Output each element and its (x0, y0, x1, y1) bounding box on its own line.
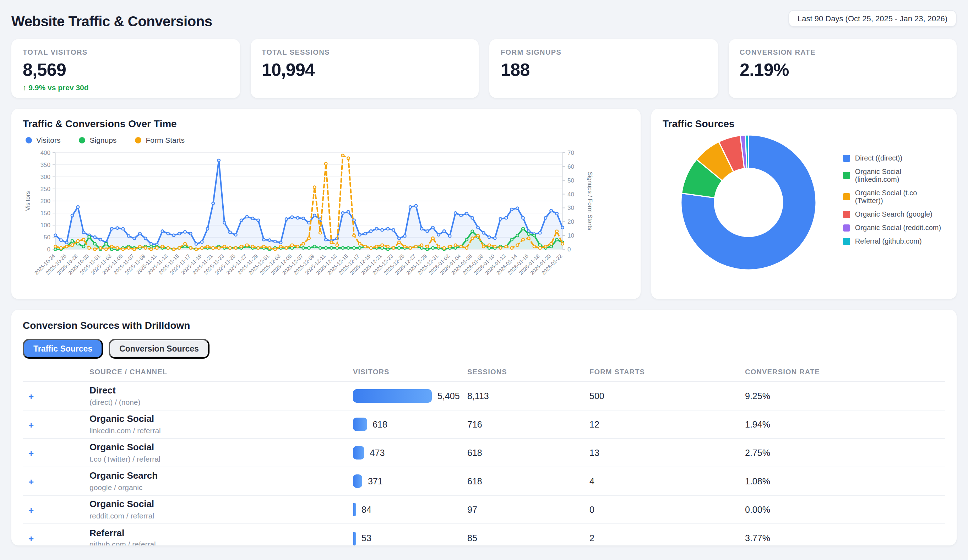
conversion-rate-value: 1.94% (745, 419, 945, 429)
sessions-value: 716 (467, 419, 590, 429)
kpi-delta: ↑ 9.9% vs prev 30d (23, 83, 228, 92)
donut-content: Direct ((direct))Organic Social (linkedi… (663, 131, 945, 274)
legend-label: Organic Social (t.co (Twitter)) (855, 189, 945, 205)
page-title: Website Traffic & Conversions (12, 13, 212, 30)
legend-swatch (843, 238, 850, 245)
donut-card: Traffic Sources Direct ((direct))Organic… (651, 109, 956, 299)
conversion-rate-value: 9.25% (745, 391, 945, 401)
kpi-label: TOTAL VISITORS (23, 48, 228, 56)
donut-legend-item[interactable]: Organic Social (t.co (Twitter)) (843, 189, 945, 205)
donut-title: Traffic Sources (663, 118, 945, 129)
sessions-value: 8,113 (467, 391, 590, 401)
source-channel: github.com / referral (90, 540, 353, 545)
table-row: +Organic Socialt.co (Twitter) / referral… (23, 439, 945, 467)
kpi-label: TOTAL SESSIONS (262, 48, 467, 56)
form-starts-value: 0 (590, 505, 745, 515)
legend-item-visitors[interactable]: Visitors (26, 136, 60, 144)
tab-conversion-sources[interactable]: Conversion Sources (109, 339, 209, 359)
donut-legend-item[interactable]: Organic Search (google) (843, 210, 945, 218)
kpi-card-conversion-rate: CONVERSION RATE 2.19% (728, 39, 956, 98)
kpi-value: 2.19% (740, 60, 945, 80)
table-row: +Organic Sociallinkedin.com / referral61… (23, 411, 945, 439)
expand-row-button[interactable]: + (28, 534, 34, 543)
conversion-rate-value: 0.00% (745, 505, 945, 515)
visitors-value: 473 (370, 448, 385, 458)
source-name: Referral (90, 528, 353, 539)
line-chart-title: Traffic & Conversions Over Time (23, 118, 629, 129)
kpi-card-total-visitors: TOTAL VISITORS 8,569 ↑ 9.9% vs prev 30d (12, 39, 240, 98)
column-header: SESSIONS (467, 368, 590, 376)
donut-legend-item[interactable]: Referral (github.com) (843, 237, 945, 245)
svg-text:Signups / Form Starts: Signups / Form Starts (587, 172, 593, 230)
kpi-label: CONVERSION RATE (740, 48, 945, 56)
tab-traffic-sources[interactable]: Traffic Sources (23, 339, 103, 359)
legend-swatch (843, 210, 850, 218)
svg-text:50: 50 (567, 177, 574, 184)
svg-text:20: 20 (567, 219, 574, 225)
svg-text:300: 300 (40, 174, 50, 181)
legend-label: Referral (github.com) (855, 237, 922, 245)
source-channel: (direct) / (none) (90, 398, 353, 406)
conversion-rate-value: 2.75% (745, 448, 945, 458)
line-chart-legend: VisitorsSignupsForm Starts (26, 136, 629, 144)
svg-text:0: 0 (567, 246, 571, 253)
kpi-row: TOTAL VISITORS 8,569 ↑ 9.9% vs prev 30d … (12, 39, 956, 98)
charts-row: Traffic & Conversions Over Time Visitors… (12, 109, 956, 299)
conversion-rate-value: 1.08% (745, 476, 945, 486)
sessions-value: 618 (467, 476, 590, 486)
expand-row-button[interactable]: + (28, 505, 34, 515)
line-chart-card: Traffic & Conversions Over Time Visitors… (12, 109, 641, 299)
conversion-rate-value: 3.77% (745, 533, 945, 543)
source-channel: t.co (Twitter) / referral (90, 454, 353, 463)
visitors-value: 618 (373, 419, 388, 429)
sessions-value: 85 (467, 533, 590, 543)
source-name: Organic Social (90, 442, 353, 453)
visitors-value: 371 (368, 476, 383, 486)
donut-legend-item[interactable]: Direct ((direct)) (843, 154, 945, 162)
kpi-value: 10,994 (262, 60, 467, 80)
svg-text:150: 150 (40, 210, 50, 217)
kpi-value: 8,569 (23, 60, 228, 80)
expand-row-button[interactable]: + (28, 477, 34, 486)
visitors-value: 5,405 (438, 391, 460, 401)
source-name: Organic Search (90, 471, 353, 482)
table-row: +Organic Searchgoogle / organic37161841.… (23, 467, 945, 496)
form-starts-value: 4 (590, 476, 745, 486)
kpi-card-form-signups: FORM SIGNUPS 188 (489, 39, 718, 98)
donut-legend-item[interactable]: Organic Social (reddit.com) (843, 224, 945, 232)
svg-text:50: 50 (44, 234, 50, 241)
donut-legend-item[interactable]: Organic Social (linkedin.com) (843, 167, 945, 183)
line-chart: 050100150200250300350400010203040506070V… (23, 147, 595, 289)
drilldown-card: Conversion Sources with Drilldown Traffi… (12, 310, 956, 545)
legend-item-signups[interactable]: Signups (79, 136, 116, 144)
svg-text:100: 100 (40, 222, 50, 229)
visitors-bar (353, 503, 356, 516)
kpi-card-total-sessions: TOTAL SESSIONS 10,994 (250, 39, 479, 98)
svg-text:0: 0 (47, 246, 50, 253)
table-row: +Organic Socialreddit.com / referral8497… (23, 496, 945, 524)
legend-dot (79, 137, 85, 143)
svg-text:40: 40 (567, 191, 574, 198)
legend-item-form-starts[interactable]: Form Starts (135, 136, 185, 144)
source-name: Organic Social (90, 414, 353, 425)
column-header: FORM STARTS (590, 368, 745, 376)
visitors-bar (353, 474, 362, 488)
svg-text:70: 70 (567, 149, 574, 156)
source-name: Direct (90, 386, 353, 396)
visitors-bar (353, 532, 356, 545)
legend-swatch (843, 193, 850, 200)
expand-row-button[interactable]: + (28, 392, 34, 401)
sessions-value: 97 (467, 505, 590, 515)
form-starts-value: 12 (590, 419, 745, 429)
svg-text:Visitors: Visitors (25, 191, 31, 210)
legend-label: Organic Search (google) (855, 210, 933, 218)
header: Website Traffic & Conversions Last 90 Da… (12, 10, 956, 30)
form-starts-value: 500 (590, 391, 745, 401)
legend-dot (135, 137, 141, 143)
table-body: +Direct(direct) / (none)5,4058,1135009.2… (23, 382, 945, 545)
table-row: +Direct(direct) / (none)5,4058,1135009.2… (23, 382, 945, 411)
drilldown-title: Conversion Sources with Drilldown (23, 320, 945, 331)
expand-row-button[interactable]: + (28, 420, 34, 429)
expand-row-button[interactable]: + (28, 449, 34, 458)
sessions-value: 618 (467, 448, 590, 458)
